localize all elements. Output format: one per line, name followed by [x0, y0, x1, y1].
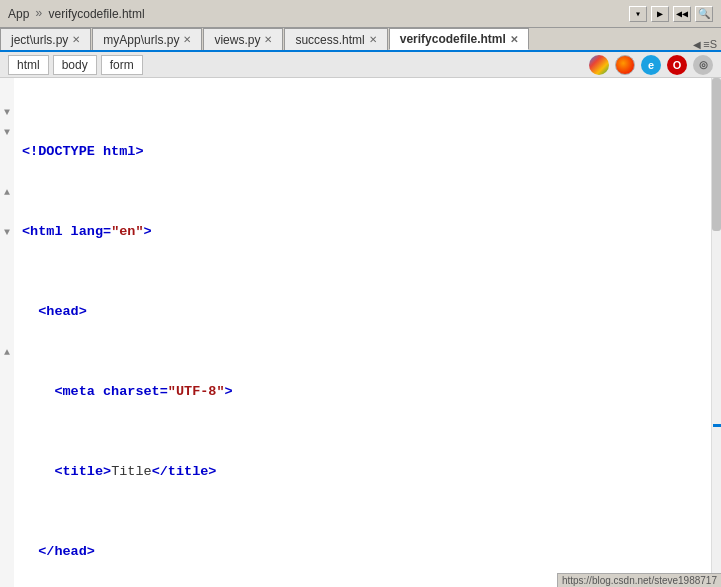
tab-urls-py[interactable]: ject\urls.py ✕: [0, 28, 91, 50]
title-sep: »: [35, 7, 42, 21]
title-file: verifycodefile.html: [49, 7, 145, 21]
bc-html[interactable]: html: [8, 55, 49, 75]
tab-verifycodefile-html[interactable]: verifycodefile.html ✕: [389, 28, 529, 50]
safari-icon: ◎: [693, 55, 713, 75]
code-line-5: <title>Title</title>: [22, 462, 713, 482]
scrollbar-thumb: [712, 78, 721, 231]
close-icon[interactable]: ✕: [510, 34, 518, 45]
fold-12: [0, 302, 14, 322]
play-btn[interactable]: ▶: [651, 6, 669, 22]
fold-9: [0, 242, 14, 262]
tab-bar: ject\urls.py ✕ myApp\urls.py ✕ views.py …: [0, 28, 721, 52]
fold-10: [0, 262, 14, 282]
url-bar: https://blog.csdn.net/steve1988717: [557, 573, 721, 587]
close-icon[interactable]: ✕: [72, 34, 80, 45]
rewind-btn[interactable]: ◀◀: [673, 6, 691, 22]
code-line-4: <meta charset="UTF-8">: [22, 382, 713, 402]
code-line-1: <!DOCTYPE html>: [22, 142, 713, 162]
fold-11: [0, 282, 14, 302]
close-icon[interactable]: ✕: [264, 34, 272, 45]
breadcrumb-bar: html body form e O ◎: [0, 52, 721, 78]
title-controls: ▾ ▶ ◀◀ 🔍: [629, 6, 713, 22]
bc-body[interactable]: body: [53, 55, 97, 75]
fold-3[interactable]: ▼: [0, 122, 14, 142]
fold-5: [0, 162, 14, 182]
editor-area: ▼ ▼ ▲ ▼ ▲ <!DOCTYPE html> <html lang="en…: [0, 78, 721, 587]
tab-views-py[interactable]: views.py ✕: [203, 28, 283, 50]
fold-2[interactable]: ▼: [0, 102, 14, 122]
firefox-icon: [615, 55, 635, 75]
scrollbar-v[interactable]: [711, 78, 721, 587]
app-label: App: [8, 7, 29, 21]
fold-6[interactable]: ▲: [0, 182, 14, 202]
fold-4: [0, 142, 14, 162]
title-bar: App » verifycodefile.html ▾ ▶ ◀◀ 🔍: [0, 0, 721, 28]
dropdown-btn[interactable]: ▾: [629, 6, 647, 22]
close-icon[interactable]: ✕: [369, 34, 377, 45]
scroll-marker: [713, 424, 721, 427]
browser-icons: e O ◎: [589, 55, 713, 75]
tab-myapp-urls-py[interactable]: myApp\urls.py ✕: [92, 28, 202, 50]
tab-scroll: ◀ ≡S: [691, 38, 721, 50]
fold-7: [0, 202, 14, 222]
code-line-3: <head>: [22, 302, 713, 322]
code-content[interactable]: <!DOCTYPE html> <html lang="en"> <head> …: [14, 78, 721, 587]
code-line-2: <html lang="en">: [22, 222, 713, 242]
search-btn[interactable]: 🔍: [695, 6, 713, 22]
fold-14[interactable]: ▲: [0, 342, 14, 362]
fold-gutter: ▼ ▼ ▲ ▼ ▲: [0, 78, 14, 587]
fold-8[interactable]: ▼: [0, 222, 14, 242]
bc-form[interactable]: form: [101, 55, 143, 75]
chrome-icon: [589, 55, 609, 75]
ie-icon: e: [641, 55, 661, 75]
tab-prev-btn[interactable]: ◀: [691, 39, 703, 50]
opera-icon: O: [667, 55, 687, 75]
fold-13: [0, 322, 14, 342]
code-line-6: </head>: [22, 542, 713, 562]
tab-success-html[interactable]: success.html ✕: [284, 28, 387, 50]
close-icon[interactable]: ✕: [183, 34, 191, 45]
fold-1[interactable]: [0, 82, 14, 102]
